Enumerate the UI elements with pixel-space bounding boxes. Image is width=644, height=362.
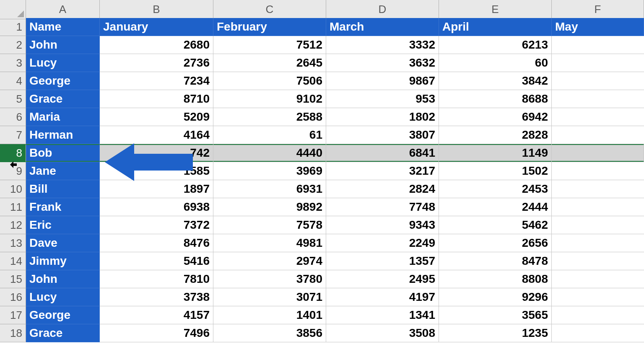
row-header-4[interactable]: 4 (0, 72, 26, 90)
cell-F18[interactable] (552, 324, 644, 342)
cell-A18[interactable]: Grace (26, 324, 100, 342)
cell-F4[interactable] (552, 72, 644, 90)
cell-D16[interactable]: 4197 (326, 288, 439, 306)
cell-C10[interactable]: 6931 (213, 180, 326, 198)
cell-B9[interactable]: 1585 (100, 162, 213, 180)
cell-E12[interactable]: 5462 (439, 216, 552, 234)
cell-B13[interactable]: 8476 (100, 234, 213, 252)
cell-F13[interactable] (552, 234, 644, 252)
cell-A16[interactable]: Lucy (26, 288, 100, 306)
column-header-C[interactable]: C (213, 0, 326, 19)
cell-C17[interactable]: 1401 (213, 306, 326, 324)
cell-D1[interactable]: March (326, 18, 439, 36)
row-header-5[interactable]: 5 (0, 90, 26, 108)
cell-A9[interactable]: Jane (26, 162, 100, 180)
cell-B6[interactable]: 5209 (100, 108, 213, 126)
cell-D12[interactable]: 9343 (326, 216, 439, 234)
cell-B18[interactable]: 7496 (100, 324, 213, 342)
cell-E14[interactable]: 8478 (439, 252, 552, 270)
cell-E6[interactable]: 6942 (439, 108, 552, 126)
cell-E16[interactable]: 9296 (439, 288, 552, 306)
cell-C16[interactable]: 3071 (213, 288, 326, 306)
row-header-13[interactable]: 13 (0, 234, 26, 252)
cell-F5[interactable] (552, 90, 644, 108)
cell-B15[interactable]: 7810 (100, 270, 213, 288)
row-header-10[interactable]: 10 (0, 180, 26, 198)
cell-D4[interactable]: 9867 (326, 72, 439, 90)
cell-F8[interactable] (552, 144, 644, 162)
cell-E2[interactable]: 6213 (439, 36, 552, 54)
cell-C14[interactable]: 2974 (213, 252, 326, 270)
cell-D18[interactable]: 3508 (326, 324, 439, 342)
cell-D5[interactable]: 953 (326, 90, 439, 108)
cell-E18[interactable]: 1235 (439, 324, 552, 342)
cell-C13[interactable]: 4981 (213, 234, 326, 252)
row-header-17[interactable]: 17 (0, 306, 26, 324)
row-header-2[interactable]: 2 (0, 36, 26, 54)
cell-C15[interactable]: 3780 (213, 270, 326, 288)
cell-A11[interactable]: Frank (26, 198, 100, 216)
cell-E3[interactable]: 60 (439, 54, 552, 72)
cell-E17[interactable]: 3565 (439, 306, 552, 324)
cell-A2[interactable]: John (26, 36, 100, 54)
cell-A8[interactable]: Bob (26, 144, 100, 162)
column-header-A[interactable]: A (26, 0, 100, 19)
cell-C7[interactable]: 61 (213, 126, 326, 144)
cell-F7[interactable] (552, 126, 644, 144)
cell-C6[interactable]: 2588 (213, 108, 326, 126)
cell-A13[interactable]: Dave (26, 234, 100, 252)
cell-E9[interactable]: 1502 (439, 162, 552, 180)
cell-A15[interactable]: John (26, 270, 100, 288)
cell-D6[interactable]: 1802 (326, 108, 439, 126)
row-header-1[interactable]: 1 (0, 18, 26, 36)
column-header-B[interactable]: B (100, 0, 213, 19)
cell-B12[interactable]: 7372 (100, 216, 213, 234)
row-header-16[interactable]: 16 (0, 288, 26, 306)
cell-F17[interactable] (552, 306, 644, 324)
cell-C1[interactable]: February (213, 18, 326, 36)
cell-F9[interactable] (552, 162, 644, 180)
cell-D15[interactable]: 2495 (326, 270, 439, 288)
cell-D7[interactable]: 3807 (326, 126, 439, 144)
cell-F12[interactable] (552, 216, 644, 234)
cell-D13[interactable]: 2249 (326, 234, 439, 252)
row-header-7[interactable]: 7 (0, 126, 26, 144)
cell-F16[interactable] (552, 288, 644, 306)
column-header-F[interactable]: F (552, 0, 644, 19)
cell-B11[interactable]: 6938 (100, 198, 213, 216)
select-all-corner[interactable] (0, 0, 26, 19)
row-header-6[interactable]: 6 (0, 108, 26, 126)
cell-B17[interactable]: 4157 (100, 306, 213, 324)
cell-D17[interactable]: 1341 (326, 306, 439, 324)
cell-E13[interactable]: 2656 (439, 234, 552, 252)
cell-B7[interactable]: 4164 (100, 126, 213, 144)
cell-A6[interactable]: Maria (26, 108, 100, 126)
cell-B4[interactable]: 7234 (100, 72, 213, 90)
cell-C9[interactable]: 3969 (213, 162, 326, 180)
cell-D11[interactable]: 7748 (326, 198, 439, 216)
cell-D3[interactable]: 3632 (326, 54, 439, 72)
cell-E7[interactable]: 2828 (439, 126, 552, 144)
row-header-11[interactable]: 11 (0, 198, 26, 216)
row-header-15[interactable]: 15 (0, 270, 26, 288)
cell-E1[interactable]: April (439, 18, 552, 36)
cell-E4[interactable]: 3842 (439, 72, 552, 90)
column-header-D[interactable]: D (326, 0, 439, 19)
cell-C8[interactable]: 4440 (213, 144, 326, 162)
cell-C12[interactable]: 7578 (213, 216, 326, 234)
cell-F11[interactable] (552, 198, 644, 216)
cell-F3[interactable] (552, 54, 644, 72)
cell-B2[interactable]: 2680 (100, 36, 213, 54)
cell-C4[interactable]: 7506 (213, 72, 326, 90)
cell-A12[interactable]: Eric (26, 216, 100, 234)
cell-E11[interactable]: 2444 (439, 198, 552, 216)
cell-F10[interactable] (552, 180, 644, 198)
cell-C5[interactable]: 9102 (213, 90, 326, 108)
cell-C3[interactable]: 2645 (213, 54, 326, 72)
row-header-14[interactable]: 14 (0, 252, 26, 270)
cell-D9[interactable]: 3217 (326, 162, 439, 180)
cell-E5[interactable]: 8688 (439, 90, 552, 108)
cell-C2[interactable]: 7512 (213, 36, 326, 54)
cell-A1[interactable]: Name (26, 18, 100, 36)
cell-E8[interactable]: 1149 (439, 144, 552, 162)
